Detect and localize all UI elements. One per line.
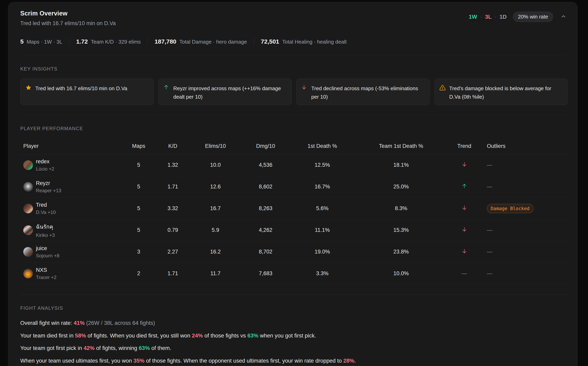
key-insights-label: KEY INSIGHTS (20, 66, 568, 72)
player-heroes: Reaper +13 (36, 188, 61, 193)
collapse-button[interactable] (559, 12, 568, 21)
fight-text-segment: of those fights. When the opponent used … (145, 358, 343, 364)
table-header-cell: Trend (455, 143, 474, 149)
player-name: juice (36, 245, 59, 252)
player-name: ฉันรักคุ (36, 222, 55, 231)
player-heroes: Lúcio +2 (36, 166, 54, 172)
fight-analysis-line: Your team died first in 58% of fights. W… (20, 333, 568, 338)
table-row: ReyzrReaper +1351.7112.68,60216.7%25.0%— (20, 176, 568, 198)
page-subtitle: Tred led with 16.7 elims/10 min on D.Va (20, 20, 116, 27)
outlier-empty-dash: — (487, 183, 492, 190)
cell-team-first-death: 10.0% (347, 270, 455, 277)
cell-maps: 5 (129, 183, 149, 190)
fight-text-segment: of fights, winning (95, 345, 139, 351)
cell-elims10: 16.7 (197, 205, 234, 212)
insight-card: Tred's damage blocked is below average f… (434, 78, 568, 105)
insight-text: Tred declined across maps (-53% eliminat… (311, 84, 424, 101)
table-header-cell: Elims/10 (197, 143, 234, 149)
fight-analysis-line: Overall fight win rate: 41% (26W / 38L a… (20, 320, 568, 326)
player-cell: NXSTracer +2 (20, 267, 129, 280)
chevron-up-icon (560, 14, 566, 20)
fight-analysis-label: FIGHT ANALYSIS (20, 305, 568, 311)
section-divider (20, 55, 568, 55)
player-names: ReyzrReaper +13 (36, 180, 61, 193)
cell-trend (455, 183, 474, 190)
table-header-cell: K/D (149, 143, 197, 149)
player-name: NXS (36, 267, 56, 273)
cell-maps: 5 (129, 162, 149, 168)
record-losses: 3L (485, 14, 492, 20)
fight-stat-percentage: 35% (133, 358, 145, 364)
fight-stat-percentage: 63% (247, 332, 258, 339)
table-row: redexLúcio +251.3210.04,53612.5%18.1%— (20, 154, 568, 176)
insight-text: Tred's damage blocked is below average f… (449, 84, 562, 101)
table-header-cell: Maps (129, 143, 149, 149)
summary-stats-row: 5Maps · 1W · 3L1.72Team K/D · 329 elims1… (20, 38, 568, 46)
trend-empty-dash: — (462, 270, 467, 276)
stat-divider (147, 38, 148, 46)
cell-outliers: — (474, 227, 568, 233)
cell-kd: 1.71 (149, 270, 197, 277)
cell-outliers: — (474, 249, 568, 255)
table-row: ฉันรักคุKiriko +350.795.94,26211.1%15.3%… (20, 219, 568, 241)
stat-label: Team K/D · 329 elims (91, 39, 141, 45)
cell-outliers: — (474, 183, 568, 190)
cell-outliers: Damage Blocked (474, 204, 568, 213)
player-cell: ReyzrReaper +13 (20, 180, 129, 193)
record-separator: · (495, 14, 497, 20)
stat-divider (254, 38, 254, 46)
fight-text-segment: Your team got first pick in (20, 345, 83, 351)
player-heroes: D.Va +10 (36, 210, 56, 215)
arrow-down-icon (301, 84, 309, 90)
table-row: TredD.Va +1053.3216.78,2635.6%8.3%Damage… (20, 198, 568, 219)
outlier-empty-dash: — (487, 162, 492, 168)
match-record: 1W · 3L · 1D (469, 14, 507, 20)
cell-first-death: 11.1% (297, 227, 347, 233)
table-row: NXSTracer +221.7111.77,6833.3%10.0%—— (20, 263, 568, 284)
cell-kd: 0.79 (149, 227, 197, 233)
key-insights-grid: Tred led with 16.7 elims/10 min on D.VaR… (20, 78, 568, 105)
player-table-body: redexLúcio +251.3210.04,53612.5%18.1%—Re… (20, 154, 568, 284)
fight-stat-percentage: 28% (343, 358, 354, 364)
cell-dmg10: 8,602 (234, 183, 297, 190)
fight-stat-percentage: 42% (83, 345, 95, 351)
summary-stat: 5Maps · 1W · 3L (20, 38, 62, 45)
stat-value: 1.72 (76, 38, 88, 45)
cell-kd: 3.32 (149, 205, 197, 212)
cell-elims10: 16.2 (197, 249, 234, 255)
fight-analysis-line: When your team used ultimates first, you… (20, 358, 568, 364)
record-wins: 1W (469, 14, 477, 20)
cell-first-death: 16.7% (297, 183, 347, 190)
player-heroes: Kiriko +3 (36, 232, 55, 238)
header: Scrim Overview Tred led with 16.7 elims/… (20, 10, 568, 27)
cell-maps: 2 (129, 270, 149, 277)
player-table-header: PlayerMapsK/DElims/10Dmg/101st Death %Te… (20, 138, 568, 154)
cell-maps: 5 (129, 205, 149, 212)
fight-text-segment: Your team died first in (20, 332, 75, 339)
outlier-badge: Damage Blocked (487, 204, 533, 213)
table-row: juiceSojourn +832.2716.28,70219.0%23.8%— (20, 241, 568, 263)
cell-kd: 1.32 (149, 162, 197, 168)
trend-down-icon (462, 249, 467, 255)
record-separator: · (480, 14, 482, 20)
cell-dmg10: 7,683 (234, 270, 297, 277)
player-cell: juiceSojourn +8 (20, 245, 129, 259)
fight-text-segment: . (354, 358, 356, 364)
cell-maps: 3 (129, 249, 149, 255)
fight-text-segment: of those fights vs (203, 332, 247, 339)
record-draws: 1D (500, 14, 507, 20)
player-cell: ฉันรักคุKiriko +3 (20, 222, 129, 238)
cell-dmg10: 8,263 (234, 205, 297, 212)
cell-kd: 2.27 (149, 249, 197, 255)
insight-card: Reyzr improved across maps (++16% damage… (158, 78, 292, 105)
cell-team-first-death: 18.1% (347, 162, 455, 168)
player-names: TredD.Va +10 (36, 202, 56, 215)
player-names: NXSTracer +2 (36, 267, 56, 280)
cell-first-death: 19.0% (297, 249, 347, 255)
fight-stat-percentage: 41% (74, 320, 85, 326)
fight-text-segment: of them. (150, 345, 171, 351)
table-header-cell: 1st Death % (297, 143, 347, 149)
scrim-overview-card: Scrim Overview Tred led with 16.7 elims/… (8, 2, 578, 366)
player-table-footer-rule (20, 284, 568, 295)
trend-up-icon (462, 184, 467, 190)
